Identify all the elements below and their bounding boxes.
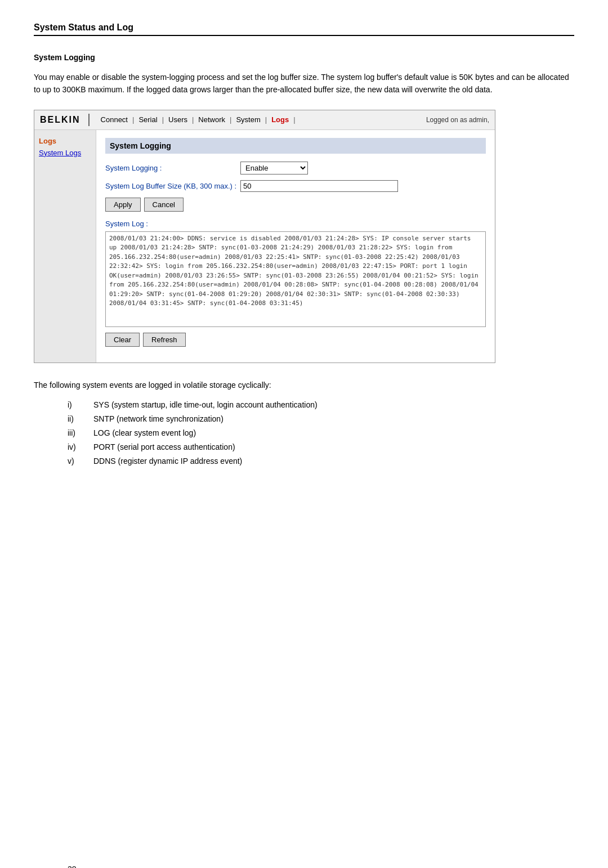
clear-button[interactable]: Clear — [105, 333, 140, 347]
nav-network[interactable]: Network — [195, 115, 229, 124]
list-item: iii)LOG (clear system event log) — [68, 426, 574, 440]
list-item-num: v) — [68, 454, 84, 468]
list-item-text: SNTP (network time synchronization) — [93, 412, 223, 426]
buffer-input[interactable] — [240, 180, 398, 192]
nav-users[interactable]: Users — [165, 115, 191, 124]
logging-row: System Logging : Enable Disable — [105, 162, 486, 175]
bottom-intro: The following system events are logged i… — [34, 379, 574, 392]
list-item-num: ii) — [68, 412, 84, 426]
nav-sep-1: | — [131, 115, 135, 124]
panel-title: System Logging — [105, 138, 486, 154]
page-number: 38 — [68, 865, 77, 868]
nav-logs[interactable]: Logs — [268, 115, 292, 124]
event-list: i)SYS (system startup, idle time-out, lo… — [68, 398, 574, 469]
log-area[interactable]: 2008/01/03 21:24:00> DDNS: service is di… — [105, 231, 486, 327]
list-item-text: DDNS (register dynamic IP address event) — [93, 454, 242, 468]
refresh-button[interactable]: Refresh — [143, 333, 186, 347]
sidebar: Logs System Logs — [34, 130, 96, 363]
buffer-label: System Log Buffer Size (KB, 300 max.) : — [105, 182, 240, 190]
section-heading: System Logging — [34, 53, 574, 62]
nav-sep-3: | — [191, 115, 195, 124]
nav-bar: BELKIN Connect | Serial | Users | Networ… — [34, 110, 495, 130]
nav-sep-2: | — [161, 115, 165, 124]
list-item-text: PORT (serial port access authentication) — [93, 440, 235, 454]
nav-links: Connect | Serial | Users | Network | Sys… — [97, 115, 426, 124]
list-item-text: LOG (clear system event log) — [93, 426, 196, 440]
list-item-num: i) — [68, 398, 84, 412]
log-section-label: System Log : — [105, 220, 486, 228]
nav-divider — [88, 114, 90, 126]
list-item: i)SYS (system startup, idle time-out, lo… — [68, 398, 574, 412]
belkin-logo: BELKIN — [40, 115, 81, 125]
device-frame: BELKIN Connect | Serial | Users | Networ… — [34, 110, 495, 363]
apply-button[interactable]: Apply — [105, 198, 141, 212]
sidebar-group-label: Logs — [39, 137, 91, 145]
nav-system[interactable]: System — [233, 115, 263, 124]
content-panel: System Logging System Logging : Enable D… — [96, 130, 495, 363]
logging-label: System Logging : — [105, 164, 240, 172]
buffer-row: System Log Buffer Size (KB, 300 max.) : — [105, 180, 486, 192]
list-item-num: iii) — [68, 426, 84, 440]
device-main: Logs System Logs System Logging System L… — [34, 130, 495, 363]
intro-paragraph: You may enable or disable the system-log… — [34, 71, 574, 96]
nav-sep-4: | — [229, 115, 233, 124]
logged-in-label: Logged on as admin, — [426, 116, 489, 124]
log-buttons-row: Clear Refresh — [105, 333, 486, 347]
list-item-text: SYS (system startup, idle time-out, logi… — [93, 398, 318, 412]
list-item: iv)PORT (serial port access authenticati… — [68, 440, 574, 454]
list-item: ii)SNTP (network time synchronization) — [68, 412, 574, 426]
nav-sep-6: | — [292, 115, 296, 124]
list-item: v)DDNS (register dynamic IP address even… — [68, 454, 574, 468]
list-item-num: iv) — [68, 440, 84, 454]
nav-connect[interactable]: Connect — [97, 115, 131, 124]
nav-sep-5: | — [264, 115, 268, 124]
cancel-button[interactable]: Cancel — [144, 198, 184, 212]
nav-serial[interactable]: Serial — [135, 115, 160, 124]
apply-cancel-row: Apply Cancel — [105, 198, 486, 212]
page-title: System Status and Log — [34, 23, 574, 33]
logging-select[interactable]: Enable Disable — [240, 162, 308, 175]
sidebar-item-system-logs[interactable]: System Logs — [39, 149, 91, 157]
